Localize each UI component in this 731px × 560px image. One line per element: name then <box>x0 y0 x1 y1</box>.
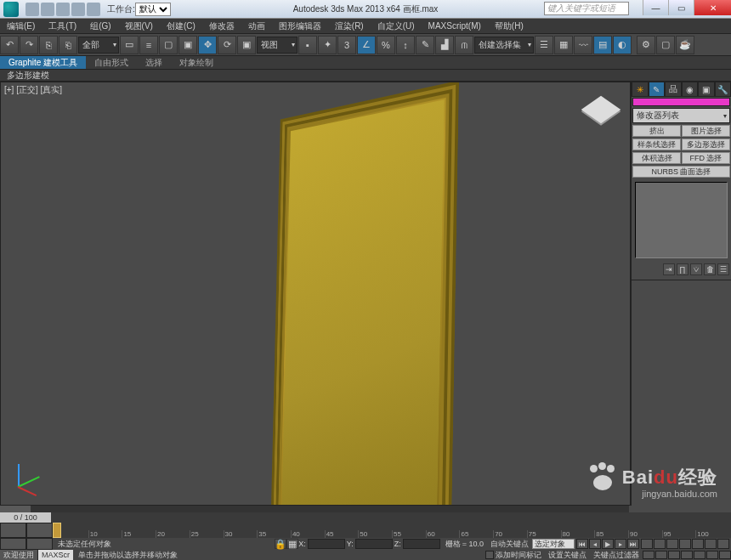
view-cube[interactable] <box>584 93 618 127</box>
selection-filter-combo[interactable]: 全部 <box>78 37 119 54</box>
max-toggle-icon[interactable] <box>717 539 729 549</box>
key-filters-button[interactable]: 关键点过滤器 <box>593 550 639 561</box>
menu-help[interactable]: 帮助(H) <box>488 20 530 32</box>
layer-manager-button[interactable]: ☰ <box>535 36 553 54</box>
fov-icon[interactable] <box>679 539 691 549</box>
time-config-icon[interactable] <box>643 551 654 559</box>
menu-maxscript[interactable]: MAXScript(M) <box>422 21 488 31</box>
select-by-name-button[interactable]: ≡ <box>139 36 158 54</box>
create-tab-icon[interactable] <box>632 82 649 97</box>
zoom-all-icon[interactable] <box>654 539 666 549</box>
redo-button[interactable]: ↷ <box>20 36 38 54</box>
utilities-tab-icon[interactable]: 🔧 <box>715 82 732 97</box>
orbit-icon[interactable] <box>705 539 717 549</box>
maximize-button[interactable]: ▭ <box>668 0 694 15</box>
mod-button-row2-b[interactable]: 多边形选择 <box>682 139 730 150</box>
unlink-button[interactable]: ⎗ <box>59 36 77 54</box>
isolate-selection-icon[interactable] <box>26 538 53 550</box>
time-slider-track[interactable] <box>51 512 731 523</box>
render-setup-button[interactable]: ⚙ <box>637 36 655 54</box>
selection-set-combo[interactable]: 选定对象 <box>532 539 575 549</box>
modifier-stack[interactable] <box>635 182 728 258</box>
selection-lock-icon[interactable]: 🔒 <box>275 539 286 549</box>
next-frame-icon[interactable]: ▸ <box>615 539 626 549</box>
close-button[interactable]: ✕ <box>694 0 731 15</box>
menu-group[interactable]: 组(G) <box>83 20 117 32</box>
ribbon-tab-selection[interactable]: 选择 <box>137 56 171 69</box>
comm-center-icon[interactable] <box>655 551 667 559</box>
app-icon[interactable] <box>3 2 19 17</box>
qat-undo-icon[interactable] <box>71 3 85 16</box>
zoom-icon[interactable] <box>641 539 653 549</box>
prompt-extra-2[interactable] <box>681 551 693 559</box>
track-mini-2[interactable] <box>26 523 53 538</box>
make-unique-icon[interactable]: ⩒ <box>690 263 702 275</box>
menu-tools[interactable]: 工具(T) <box>42 20 83 32</box>
qat-save-icon[interactable] <box>56 3 70 16</box>
ribbon-tab-freeform[interactable]: 自由形式 <box>86 56 137 69</box>
prev-frame-icon[interactable]: ◂ <box>589 539 601 549</box>
menu-rendering[interactable]: 渲染(R) <box>328 20 371 32</box>
mod-button-row1-b[interactable]: 图片选择 <box>682 125 730 137</box>
link-button[interactable]: ⎘ <box>39 36 58 54</box>
goto-end-icon[interactable]: ⏭ <box>627 539 639 549</box>
goto-start-icon[interactable]: ⏮ <box>576 539 588 549</box>
time-slider-thumb[interactable] <box>53 523 61 538</box>
scrollbar-thumb[interactable] <box>0 506 31 512</box>
mod-button-row2-a[interactable]: 样条线选择 <box>632 139 681 150</box>
add-time-tag-icon[interactable] <box>485 551 494 559</box>
remove-modifier-icon[interactable]: 🗑 <box>704 263 716 275</box>
render-production-button[interactable]: ☕ <box>676 36 694 54</box>
configure-sets-icon[interactable]: ☰ <box>717 263 729 275</box>
qat-new-icon[interactable] <box>26 3 39 16</box>
menu-edit[interactable]: 编辑(E) <box>0 20 42 32</box>
mod-button-row3-a[interactable]: 体积选择 <box>632 152 681 164</box>
ribbon-tab-graphite[interactable]: Graphite 建模工具 <box>0 56 86 69</box>
select-object-button[interactable]: ▭ <box>120 36 139 54</box>
align-button[interactable]: ⫙ <box>455 36 473 54</box>
maxscript-listener-label[interactable]: MAXScr <box>38 550 73 560</box>
scene-object-picture-frame[interactable] <box>247 99 502 506</box>
window-crossing-button[interactable]: ▣ <box>178 36 197 54</box>
select-and-rotate-button[interactable]: ⟳ <box>218 36 236 54</box>
select-and-manipulate-button[interactable]: ✦ <box>318 36 337 54</box>
coord-z-input[interactable] <box>403 539 440 549</box>
schematic-view-button[interactable]: ▤ <box>593 36 612 54</box>
select-and-move-button[interactable]: ✥ <box>198 36 217 54</box>
lock-selection-icon[interactable] <box>0 538 26 550</box>
mod-button-row1-a[interactable]: 挤出 <box>632 125 681 137</box>
mod-button-row3-b[interactable]: FFD 选择 <box>682 152 730 164</box>
mod-button-nurbs[interactable]: NURBS 曲面选择 <box>632 166 730 178</box>
track-mini-1[interactable] <box>0 523 26 538</box>
menu-animation[interactable]: 动画 <box>241 20 272 32</box>
menu-create[interactable]: 创建(C) <box>160 20 202 32</box>
menu-customize[interactable]: 自定义(U) <box>371 20 422 32</box>
viewport-scrollbar[interactable] <box>0 506 629 512</box>
zoom-extents-icon[interactable] <box>666 539 678 549</box>
help-search-input[interactable]: 键入关键字或短语 <box>544 2 629 15</box>
ribbon-tab-object-paint[interactable]: 对象绘制 <box>171 56 222 69</box>
menu-graph-editors[interactable]: 图形编辑器 <box>272 20 328 32</box>
absolute-relative-icon[interactable]: ▦ <box>286 539 298 549</box>
modify-tab-icon[interactable]: ✎ <box>649 82 666 97</box>
time-slider-value[interactable]: 0 / 100 <box>0 512 51 523</box>
select-region-rect-button[interactable]: ▢ <box>159 36 178 54</box>
object-color-swatch[interactable] <box>632 98 730 106</box>
curve-editor-button[interactable]: 〰 <box>574 36 592 54</box>
add-time-tag-label[interactable]: 添加时间标记 <box>496 550 541 561</box>
show-end-result-icon[interactable]: ∏ <box>677 263 688 275</box>
motion-tab-icon[interactable]: ◉ <box>682 82 699 97</box>
snap-toggle-3-button[interactable]: 3 <box>337 36 356 54</box>
viewport-label[interactable]: [+] [正交] [真实] <box>4 84 62 96</box>
mirror-button[interactable]: ▟ <box>435 36 454 54</box>
angle-snap-button[interactable]: ∠ <box>357 36 376 54</box>
viewport[interactable]: [+] [正交] [真实] <box>0 82 631 506</box>
material-editor-button[interactable]: ◐ <box>613 36 632 54</box>
graphite-toggle-button[interactable]: ▦ <box>554 36 573 54</box>
play-icon[interactable]: ▶ <box>602 539 614 549</box>
qat-open-icon[interactable] <box>41 3 54 16</box>
prompt-extra-5[interactable] <box>719 551 731 559</box>
auto-key-button[interactable]: 自动关键点 <box>490 539 529 550</box>
undo-button[interactable]: ↶ <box>0 36 19 54</box>
pan-icon[interactable] <box>692 539 704 549</box>
